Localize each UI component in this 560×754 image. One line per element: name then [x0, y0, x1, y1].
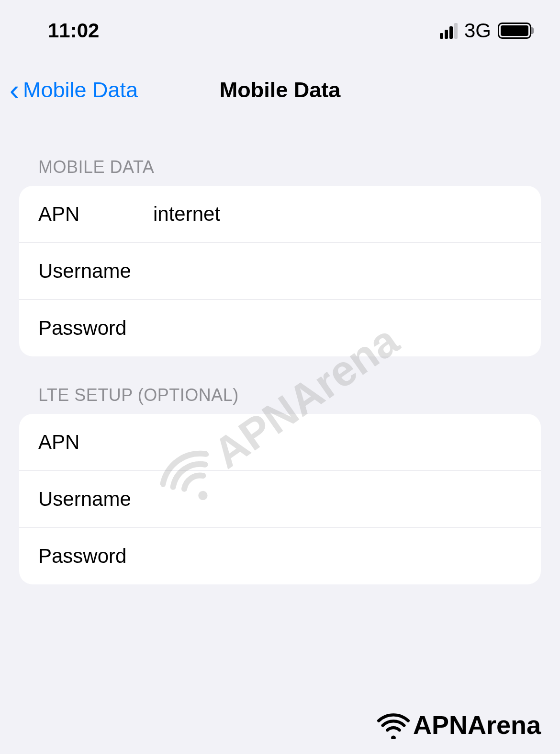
network-type-label: 3G [464, 19, 491, 42]
field-row-lte-username[interactable]: Username [19, 471, 541, 528]
section-header-lte: LTE SETUP (OPTIONAL) [19, 385, 541, 414]
section-header-mobile-data: MOBILE DATA [19, 157, 541, 186]
signal-icon [440, 23, 458, 39]
chevron-left-icon: ‹ [10, 76, 19, 104]
field-label-password: Password [38, 317, 153, 340]
username-input[interactable] [153, 260, 522, 283]
wifi-icon [377, 710, 410, 739]
field-row-apn[interactable]: APN [19, 186, 541, 243]
back-button[interactable]: ‹ Mobile Data [10, 76, 138, 104]
field-label-username: Username [38, 260, 153, 283]
password-input[interactable] [153, 317, 522, 340]
group-lte: APN Username Password [19, 414, 541, 584]
watermark-corner: APNArena [377, 710, 541, 740]
battery-icon [498, 23, 531, 39]
field-label-lte-username: Username [38, 488, 153, 511]
field-row-lte-password[interactable]: Password [19, 528, 541, 584]
nav-bar: ‹ Mobile Data Mobile Data [0, 57, 560, 128]
field-row-username[interactable]: Username [19, 243, 541, 300]
field-row-lte-apn[interactable]: APN [19, 414, 541, 471]
status-bar: 11:02 3G [0, 0, 560, 57]
field-label-lte-password: Password [38, 545, 153, 568]
field-label-lte-apn: APN [38, 431, 153, 454]
group-mobile-data: APN Username Password [19, 186, 541, 356]
field-label-apn: APN [38, 203, 153, 226]
watermark-corner-text: APNArena [413, 710, 541, 740]
status-time: 11:02 [48, 19, 99, 42]
field-row-password[interactable]: Password [19, 300, 541, 356]
status-right: 3G [440, 19, 531, 42]
lte-password-input[interactable] [153, 545, 522, 568]
back-label: Mobile Data [23, 78, 138, 103]
section-lte-setup: LTE SETUP (OPTIONAL) APN Username Passwo… [0, 385, 560, 584]
lte-username-input[interactable] [153, 488, 522, 511]
section-mobile-data: MOBILE DATA APN Username Password [0, 157, 560, 356]
apn-input[interactable] [153, 203, 522, 226]
lte-apn-input[interactable] [153, 431, 522, 454]
